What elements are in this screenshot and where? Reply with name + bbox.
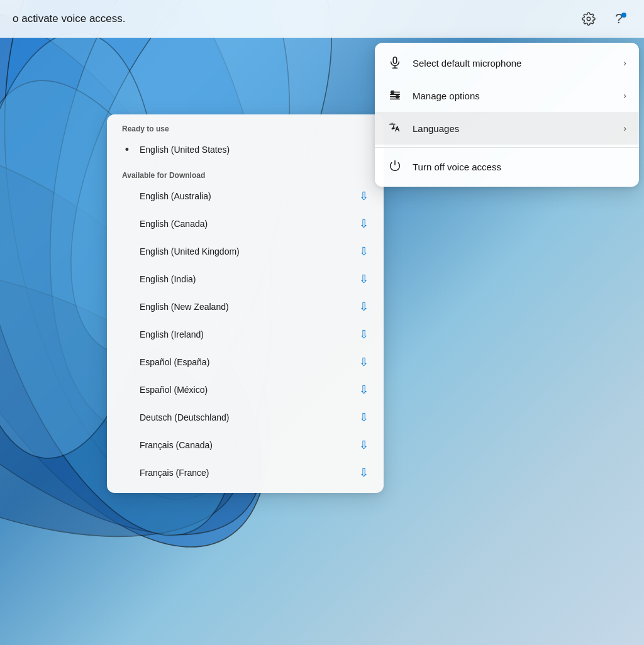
language-label-english-nz: English (New Zealand) — [140, 302, 352, 312]
context-menu: Select default microphone › Manage optio… — [375, 43, 639, 187]
download-icon-espanol-mx: ⇩ — [359, 383, 369, 397]
manage-options-label: Manage options — [413, 91, 613, 101]
turn-off-label: Turn off voice access — [413, 162, 626, 172]
download-icon-english-ca: ⇩ — [359, 217, 369, 231]
language-label-english-ca: English (Canada) — [140, 219, 352, 229]
download-icon-francais-ca: ⇩ — [359, 438, 369, 452]
menu-item-languages[interactable]: Languages › — [375, 112, 639, 145]
submenu-item-francais-ca[interactable]: Français (Canada) ⇩ — [107, 431, 384, 459]
language-label-english-ie: English (Ireland) — [140, 329, 352, 339]
languages-icon — [387, 121, 402, 136]
submenu-item-english-ie[interactable]: English (Ireland) ⇩ — [107, 321, 384, 348]
language-label-deutsch-de: Deutsch (Deutschland) — [140, 412, 352, 422]
chevron-right-icon-2: › — [623, 91, 626, 101]
submenu-item-deutsch-de[interactable]: Deutsch (Deutschland) ⇩ — [107, 404, 384, 431]
languages-label: Languages — [413, 123, 613, 134]
language-label-francais-fr: Français (France) — [140, 468, 352, 478]
chevron-right-icon: › — [623, 58, 626, 68]
help-button-wrap: ? — [606, 6, 631, 31]
submenu-item-english-in[interactable]: English (India) ⇩ — [107, 265, 384, 293]
select-microphone-label: Select default microphone — [413, 58, 613, 69]
microphone-svg — [388, 56, 402, 70]
svg-point-8 — [587, 17, 591, 21]
gear-icon — [582, 12, 596, 26]
menu-item-select-microphone[interactable]: Select default microphone › — [375, 47, 639, 79]
svg-rect-9 — [393, 57, 397, 63]
submenu-item-english-ca[interactable]: English (Canada) ⇩ — [107, 210, 384, 238]
language-label-english-au: English (Australia) — [140, 191, 352, 201]
menu-item-manage-options[interactable]: Manage options › — [375, 79, 639, 112]
download-icon-english-ie: ⇩ — [359, 328, 369, 341]
submenu-item-english-uk[interactable]: English (United Kingdom) ⇩ — [107, 238, 384, 265]
submenu-item-espanol-es[interactable]: Español (España) ⇩ — [107, 348, 384, 376]
options-icon — [387, 88, 402, 103]
language-label-english-us: English (United States) — [140, 145, 369, 155]
languages-submenu: Ready to use • English (United States) A… — [107, 114, 384, 493]
notification-dot — [621, 13, 626, 18]
download-icon-espanol-es: ⇩ — [359, 355, 369, 369]
submenu-item-english-us[interactable]: • English (United States) — [107, 136, 384, 163]
power-svg — [388, 160, 402, 174]
topbar-icons: ? — [576, 6, 631, 31]
submenu-item-francais-fr[interactable]: Français (France) ⇩ — [107, 459, 384, 487]
options-svg — [388, 89, 402, 102]
language-label-francais-ca: Français (Canada) — [140, 440, 352, 450]
download-icon-english-uk: ⇩ — [359, 245, 369, 258]
download-icon-english-in: ⇩ — [359, 272, 369, 286]
download-icon-francais-fr: ⇩ — [359, 466, 369, 480]
submenu-item-espanol-mx[interactable]: Español (México) ⇩ — [107, 376, 384, 404]
submenu-item-english-au[interactable]: English (Australia) ⇩ — [107, 182, 384, 210]
ready-section-label: Ready to use — [107, 121, 384, 136]
settings-button[interactable] — [576, 6, 601, 31]
selected-bullet: • — [122, 143, 132, 157]
download-icon-english-nz: ⇩ — [359, 300, 369, 314]
download-section-label: Available for Download — [107, 167, 384, 182]
language-label-espanol-mx: Español (México) — [140, 385, 352, 395]
power-icon — [387, 159, 402, 174]
download-icon-deutsch-de: ⇩ — [359, 411, 369, 424]
microphone-icon — [387, 55, 402, 70]
language-label-espanol-es: Español (España) — [140, 357, 352, 367]
menu-divider — [375, 147, 639, 148]
topbar: o activate voice access. ? — [0, 0, 644, 38]
language-label-english-uk: English (United Kingdom) — [140, 246, 352, 256]
help-button[interactable]: ? — [606, 6, 631, 31]
topbar-title: o activate voice access. — [13, 13, 576, 25]
download-icon-english-au: ⇩ — [359, 189, 369, 203]
submenu-item-english-nz[interactable]: English (New Zealand) ⇩ — [107, 293, 384, 321]
language-label-english-in: English (India) — [140, 274, 352, 284]
menu-item-turn-off[interactable]: Turn off voice access — [375, 150, 639, 183]
chevron-right-icon-3: › — [623, 123, 626, 133]
languages-svg — [388, 121, 402, 135]
